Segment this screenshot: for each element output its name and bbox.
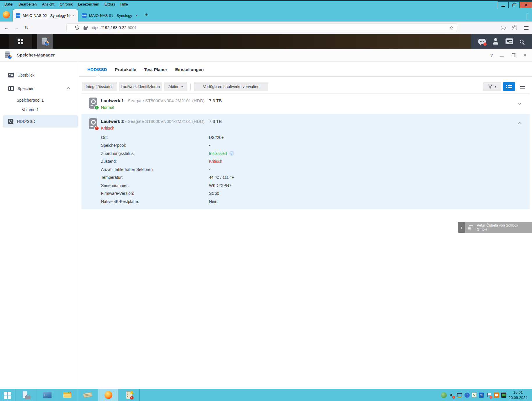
app-close-icon[interactable]: ✕ bbox=[523, 53, 527, 58]
tray-volume-muted-icon[interactable] bbox=[449, 392, 455, 398]
search-icon[interactable] bbox=[520, 40, 524, 43]
dsm-storage-manager-taskbar-button[interactable] bbox=[37, 34, 53, 49]
sidebar-item-speicher[interactable]: Speicher bbox=[3, 83, 78, 94]
manage-available-drives-button[interactable]: Verfügbare Laufwerke verwalten bbox=[194, 82, 268, 91]
status-ok-badge: ✓ bbox=[94, 105, 99, 110]
app-restore-icon[interactable] bbox=[512, 53, 515, 57]
firefox-icon[interactable] bbox=[3, 11, 10, 18]
drive-size: 7.3 TB bbox=[209, 119, 222, 124]
taskbar-clock[interactable]: 15:01 20.09.2024 bbox=[506, 390, 530, 400]
new-tab-button[interactable]: + bbox=[145, 12, 148, 18]
tab-close-icon[interactable]: ✕ bbox=[73, 14, 75, 17]
extensions-puzzle-icon[interactable] bbox=[513, 26, 517, 30]
browser-minimize-button[interactable] bbox=[498, 1, 509, 8]
url-bar[interactable]: https://192.168.0.22:5001 ☆ bbox=[66, 23, 457, 32]
minimize-icon bbox=[501, 6, 505, 7]
drive-row-laufwerk-1[interactable]: ✓ Laufwerk 1 - Seagate ST8000VN004-2M210… bbox=[81, 93, 530, 114]
taskbar-firefox-button[interactable] bbox=[98, 389, 119, 401]
pocket-icon[interactable] bbox=[501, 26, 506, 30]
help-icon[interactable]: ? bbox=[490, 53, 493, 58]
nav-right-icons bbox=[501, 22, 529, 34]
drive-row-laufwerk-2[interactable]: ! Laufwerk 2 - Seagate ST8000VN004-2M210… bbox=[81, 114, 530, 209]
tray-notifier-icon[interactable]: ! bbox=[464, 393, 470, 398]
filter-button[interactable]: ▾ bbox=[483, 82, 501, 91]
dsm-main-menu-button[interactable] bbox=[9, 34, 32, 49]
lock-icon[interactable] bbox=[84, 27, 87, 30]
tab-einstellungen[interactable]: Einstellungen bbox=[175, 67, 204, 72]
taskbar-file-explorer-button[interactable] bbox=[57, 389, 77, 401]
hamburger-menu-icon[interactable] bbox=[524, 26, 529, 30]
device-manager-icon bbox=[22, 391, 31, 399]
compact-view-button[interactable] bbox=[517, 82, 528, 91]
sidebar: Überblick Speicher Speicherpool 1 Volume… bbox=[0, 62, 79, 389]
tab-hdd-ssd[interactable]: HDD/SSD bbox=[87, 67, 107, 72]
action-dropdown-button[interactable]: Aktion▾ bbox=[164, 82, 187, 91]
tab-maio-nas-02[interactable]: DSM MAIO-NAS-02 - Synology NAS ✕ bbox=[13, 9, 78, 22]
taskbar-powershell-button[interactable] bbox=[37, 389, 57, 401]
sidebar-item-speicherpool-1[interactable]: Speicherpool 1 bbox=[3, 96, 78, 105]
integrity-status-button[interactable]: Integritätsstatus bbox=[82, 82, 117, 91]
browser-window-controls: ✕ bbox=[498, 1, 532, 8]
notifications-chat-icon[interactable] bbox=[478, 39, 486, 44]
tab-test-planer[interactable]: Test Planer bbox=[144, 67, 167, 72]
start-button[interactable] bbox=[0, 389, 15, 401]
identify-drive-button[interactable]: Laufwerk identifizieren bbox=[119, 82, 162, 91]
tab-protokolle[interactable]: Protokolle bbox=[115, 67, 136, 72]
sidebar-item-volume-1[interactable]: Volume 1 bbox=[3, 105, 78, 114]
tray-network-icon[interactable] bbox=[457, 392, 462, 398]
taskbar: ! V S 15:01 20.09.2024 bbox=[0, 389, 532, 401]
browser-restore-button[interactable] bbox=[509, 1, 520, 8]
tab-close-icon[interactable]: ✕ bbox=[136, 14, 138, 17]
app-minimize-icon[interactable] bbox=[500, 56, 504, 56]
browser-tab-bar: DSM MAIO-NAS-02 - Synology NAS ✕ DSM MAI… bbox=[0, 8, 532, 22]
menu-datei[interactable]: Datei bbox=[2, 1, 16, 8]
sidebar-item-hdd-ssd[interactable]: HDD/SSD bbox=[3, 115, 78, 128]
storage-manager-titlebar: Speicher-Manager ? ✕ bbox=[0, 49, 532, 62]
menu-bearbeiten[interactable]: Bearbeiten bbox=[16, 1, 39, 8]
user-account-icon[interactable] bbox=[492, 38, 499, 45]
shield-icon[interactable] bbox=[75, 25, 79, 30]
widgets-icon[interactable] bbox=[506, 38, 513, 44]
list-view-button[interactable] bbox=[503, 82, 515, 91]
restore-icon bbox=[512, 3, 516, 7]
menu-chronik[interactable]: Chronik bbox=[57, 1, 75, 8]
drive-status: Kritisch bbox=[101, 126, 114, 130]
chevron-down-icon[interactable] bbox=[518, 101, 522, 105]
menu-hilfe[interactable]: Hilfe bbox=[118, 1, 131, 8]
window-title: Speicher-Manager bbox=[17, 49, 55, 61]
chevron-up-icon[interactable] bbox=[67, 87, 70, 90]
detail-row-zuordnungsstatus: Zuordnungsstatus: Initialisierti bbox=[101, 149, 524, 158]
chevron-up-icon[interactable] bbox=[518, 122, 522, 126]
forward-button[interactable]: → bbox=[14, 25, 19, 30]
sidebar-item-ueberblick[interactable]: Überblick bbox=[3, 69, 78, 81]
overlay-expand-chevron[interactable]: › bbox=[458, 222, 465, 233]
tray-vshield-icon[interactable]: V bbox=[472, 393, 477, 398]
tab-maio-nas-01[interactable]: DSM MAIO-NAS-01 - Synology NAS ✕ bbox=[79, 9, 141, 22]
overlay-bar[interactable]: Petar Čubela von Softbox GmbH bbox=[465, 222, 532, 233]
menu-lesezeichen[interactable]: Lesezeichen bbox=[75, 1, 102, 8]
info-icon[interactable]: i bbox=[229, 151, 234, 156]
firefox-icon bbox=[104, 391, 112, 399]
taskbar-device-manager-button[interactable] bbox=[15, 389, 37, 401]
taskbar-fax-scan-button[interactable] bbox=[77, 389, 98, 401]
toolbar: Integritätsstatus Laufwerk identifiziere… bbox=[82, 82, 528, 91]
tray-java-icon[interactable] bbox=[494, 393, 499, 398]
tab-overflow-chevron-icon[interactable] bbox=[527, 14, 527, 19]
back-button[interactable]: ← bbox=[4, 25, 9, 30]
reload-button[interactable]: ↻ bbox=[24, 25, 29, 30]
taskbar-event-viewer-button[interactable] bbox=[119, 389, 140, 401]
menu-ansicht[interactable]: Ansicht bbox=[39, 1, 57, 8]
hdd-icon bbox=[8, 119, 13, 124]
tray-flag-error-icon[interactable] bbox=[486, 392, 492, 398]
browser-close-button[interactable]: ✕ bbox=[520, 1, 532, 8]
bookmark-star-icon[interactable]: ☆ bbox=[449, 25, 453, 31]
menu-extras[interactable]: Extras bbox=[102, 1, 118, 8]
tray-sophos-icon[interactable]: S bbox=[479, 393, 484, 398]
list-view-icon bbox=[506, 85, 515, 86]
drive-name: Laufwerk 2 bbox=[101, 119, 124, 124]
tray-spybot-icon[interactable] bbox=[441, 392, 447, 398]
drive-icon: ! bbox=[89, 118, 97, 129]
overview-icon bbox=[8, 73, 14, 77]
caret-down-icon: ▾ bbox=[181, 85, 183, 88]
powershell-icon bbox=[43, 392, 52, 398]
